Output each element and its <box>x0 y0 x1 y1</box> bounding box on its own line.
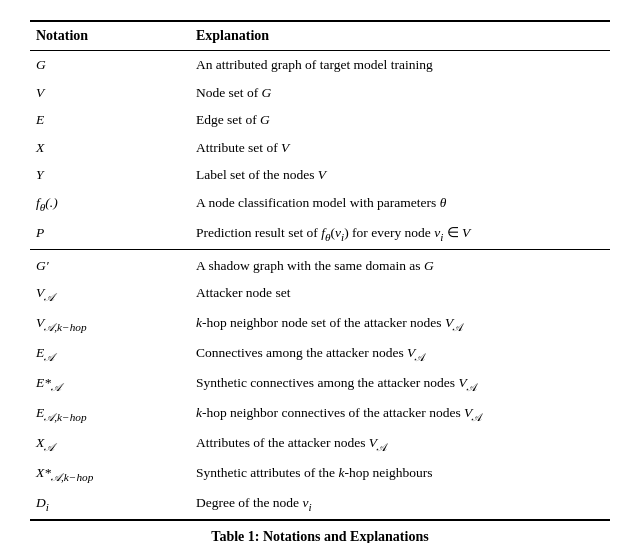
table-row: fθ(.) A node classification model with p… <box>30 189 610 219</box>
table-row: V𝒜 Attacker node set <box>30 279 610 309</box>
explanation-cell: Connectives among the attacker nodes V𝒜 <box>190 339 610 369</box>
explanation-cell: Synthetic connectives among the attacker… <box>190 369 610 399</box>
table-row: V Node set of G <box>30 79 610 107</box>
table-row: E*𝒜 Synthetic connectives among the atta… <box>30 369 610 399</box>
notation-cell: E𝒜 <box>30 339 190 369</box>
notation-cell: V𝒜,k−hop <box>30 309 190 339</box>
explanation-cell: Label set of the nodes V <box>190 161 610 189</box>
table-row: E𝒜 Connectives among the attacker nodes … <box>30 339 610 369</box>
explanation-cell: Edge set of G <box>190 106 610 134</box>
table-row: X𝒜 Attributes of the attacker nodes V𝒜 <box>30 429 610 459</box>
table-row: X*𝒜,k−hop Synthetic attributes of the k-… <box>30 459 610 489</box>
notation-cell: Y <box>30 161 190 189</box>
notation-header: Notation <box>30 21 190 51</box>
table-caption: Table 1: Notations and Explanations <box>30 520 610 543</box>
notation-cell: Di <box>30 489 190 520</box>
table-row: Di Degree of the node vi <box>30 489 610 520</box>
explanation-cell: Degree of the node vi <box>190 489 610 520</box>
table-header-row: Notation Explanation <box>30 21 610 51</box>
explanation-cell: Attacker node set <box>190 279 610 309</box>
notation-cell: G <box>30 51 190 79</box>
explanation-header: Explanation <box>190 21 610 51</box>
explanation-cell: Attribute set of V <box>190 134 610 162</box>
notation-cell: G′ <box>30 249 190 279</box>
notation-cell: X <box>30 134 190 162</box>
table-row: P Prediction result set of fθ(vi) for ev… <box>30 219 610 250</box>
explanation-cell: Prediction result set of fθ(vi) for ever… <box>190 219 610 250</box>
notation-cell: P <box>30 219 190 250</box>
explanation-cell: A shadow graph with the same domain as G <box>190 249 610 279</box>
table-row: G An attributed graph of target model tr… <box>30 51 610 79</box>
explanation-cell: k-hop neighbor connectives of the attack… <box>190 399 610 429</box>
table-row: E𝒜,k−hop k-hop neighbor connectives of t… <box>30 399 610 429</box>
table-row: Y Label set of the nodes V <box>30 161 610 189</box>
explanation-cell: k-hop neighbor node set of the attacker … <box>190 309 610 339</box>
notation-cell: V𝒜 <box>30 279 190 309</box>
notation-table: Notation Explanation G An attributed gra… <box>30 20 610 543</box>
notation-cell: V <box>30 79 190 107</box>
notation-cell: X*𝒜,k−hop <box>30 459 190 489</box>
table-container: Notation Explanation G An attributed gra… <box>30 20 610 543</box>
table-caption-row: Table 1: Notations and Explanations <box>30 520 610 543</box>
notation-cell: fθ(.) <box>30 189 190 219</box>
table-row: E Edge set of G <box>30 106 610 134</box>
table-row: G′ A shadow graph with the same domain a… <box>30 249 610 279</box>
explanation-cell: Attributes of the attacker nodes V𝒜 <box>190 429 610 459</box>
table-row: V𝒜,k−hop k-hop neighbor node set of the … <box>30 309 610 339</box>
explanation-cell: An attributed graph of target model trai… <box>190 51 610 79</box>
explanation-cell: Synthetic attributes of the k-hop neighb… <box>190 459 610 489</box>
notation-cell: X𝒜 <box>30 429 190 459</box>
notation-cell: E𝒜,k−hop <box>30 399 190 429</box>
table-row: X Attribute set of V <box>30 134 610 162</box>
explanation-cell: Node set of G <box>190 79 610 107</box>
notation-cell: E <box>30 106 190 134</box>
notation-cell: E*𝒜 <box>30 369 190 399</box>
explanation-cell: A node classification model with paramet… <box>190 189 610 219</box>
